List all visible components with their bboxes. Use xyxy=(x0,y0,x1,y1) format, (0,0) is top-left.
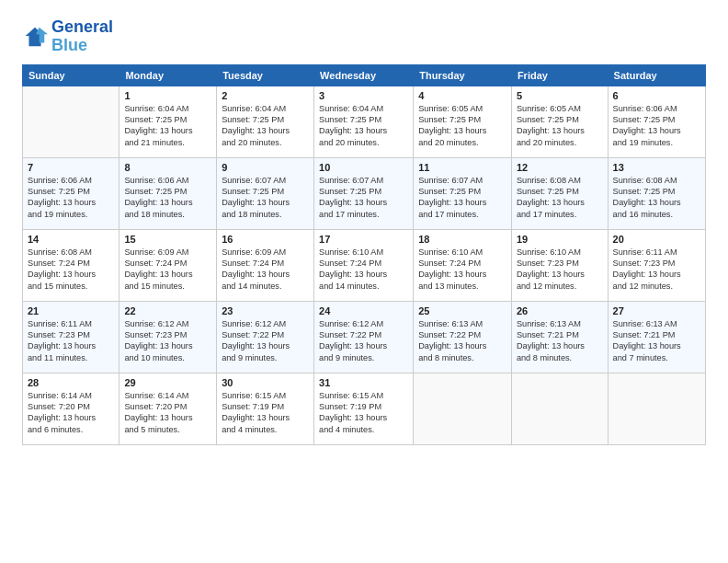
day-number: 23 xyxy=(222,305,309,316)
day-number: 10 xyxy=(319,162,408,173)
calendar-cell: 31Sunrise: 6:15 AMSunset: 7:19 PMDayligh… xyxy=(314,373,414,444)
day-info: Sunrise: 6:06 AMSunset: 7:25 PMDaylight:… xyxy=(28,175,114,221)
calendar-cell: 19Sunrise: 6:10 AMSunset: 7:23 PMDayligh… xyxy=(511,229,608,301)
day-number: 19 xyxy=(517,234,603,245)
day-info: Sunrise: 6:04 AMSunset: 7:25 PMDaylight:… xyxy=(124,103,211,149)
calendar-cell: 15Sunrise: 6:09 AMSunset: 7:24 PMDayligh… xyxy=(119,229,217,301)
day-number: 14 xyxy=(28,234,114,245)
day-info: Sunrise: 6:09 AMSunset: 7:24 PMDaylight:… xyxy=(124,247,211,293)
day-info: Sunrise: 6:05 AMSunset: 7:25 PMDaylight:… xyxy=(418,103,506,149)
weekday-row: SundayMondayTuesdayWednesdayThursdayFrid… xyxy=(23,64,706,86)
day-number: 27 xyxy=(613,305,700,316)
calendar-cell: 22Sunrise: 6:12 AMSunset: 7:23 PMDayligh… xyxy=(119,301,217,373)
calendar-cell: 21Sunrise: 6:11 AMSunset: 7:23 PMDayligh… xyxy=(23,301,119,373)
weekday-header-friday: Friday xyxy=(511,64,608,86)
day-info: Sunrise: 6:06 AMSunset: 7:25 PMDaylight:… xyxy=(124,175,211,221)
calendar-cell: 12Sunrise: 6:08 AMSunset: 7:25 PMDayligh… xyxy=(511,157,608,229)
calendar-cell: 8Sunrise: 6:06 AMSunset: 7:25 PMDaylight… xyxy=(119,157,217,229)
day-number: 20 xyxy=(613,234,700,245)
calendar-cell: 20Sunrise: 6:11 AMSunset: 7:23 PMDayligh… xyxy=(608,229,705,301)
day-number: 13 xyxy=(613,162,700,173)
day-number: 31 xyxy=(319,377,408,388)
day-number: 3 xyxy=(319,90,408,101)
day-number: 21 xyxy=(28,305,114,316)
day-info: Sunrise: 6:10 AMSunset: 7:23 PMDaylight:… xyxy=(517,247,603,293)
weekday-header-sunday: Sunday xyxy=(23,64,119,86)
day-info: Sunrise: 6:09 AMSunset: 7:24 PMDaylight:… xyxy=(222,247,309,293)
calendar-cell: 24Sunrise: 6:12 AMSunset: 7:22 PMDayligh… xyxy=(314,301,414,373)
calendar-cell: 2Sunrise: 6:04 AMSunset: 7:25 PMDaylight… xyxy=(217,86,314,157)
day-number: 29 xyxy=(124,377,211,388)
day-info: Sunrise: 6:04 AMSunset: 7:25 PMDaylight:… xyxy=(222,103,309,149)
day-number: 26 xyxy=(517,305,603,316)
calendar-cell: 7Sunrise: 6:06 AMSunset: 7:25 PMDaylight… xyxy=(23,157,119,229)
calendar-week-5: 28Sunrise: 6:14 AMSunset: 7:20 PMDayligh… xyxy=(23,373,706,444)
weekday-header-thursday: Thursday xyxy=(414,64,512,86)
calendar-cell: 27Sunrise: 6:13 AMSunset: 7:21 PMDayligh… xyxy=(608,301,705,373)
calendar-cell xyxy=(414,373,512,444)
day-info: Sunrise: 6:07 AMSunset: 7:25 PMDaylight:… xyxy=(222,175,309,221)
day-info: Sunrise: 6:08 AMSunset: 7:25 PMDaylight:… xyxy=(517,175,603,221)
calendar-cell: 23Sunrise: 6:12 AMSunset: 7:22 PMDayligh… xyxy=(217,301,314,373)
calendar-cell: 4Sunrise: 6:05 AMSunset: 7:25 PMDaylight… xyxy=(414,86,512,157)
day-info: Sunrise: 6:07 AMSunset: 7:25 PMDaylight:… xyxy=(319,175,408,221)
day-info: Sunrise: 6:12 AMSunset: 7:22 PMDaylight:… xyxy=(319,318,408,364)
day-number: 12 xyxy=(517,162,603,173)
day-number: 22 xyxy=(124,305,211,316)
day-number: 6 xyxy=(613,90,700,101)
weekday-header-tuesday: Tuesday xyxy=(217,64,314,86)
logo-icon xyxy=(22,24,48,50)
day-number: 9 xyxy=(222,162,309,173)
calendar-cell: 17Sunrise: 6:10 AMSunset: 7:24 PMDayligh… xyxy=(314,229,414,301)
weekday-header-monday: Monday xyxy=(119,64,217,86)
weekday-header-saturday: Saturday xyxy=(608,64,705,86)
calendar-cell: 13Sunrise: 6:08 AMSunset: 7:25 PMDayligh… xyxy=(608,157,705,229)
calendar-week-2: 7Sunrise: 6:06 AMSunset: 7:25 PMDaylight… xyxy=(23,157,706,229)
header: General Blue xyxy=(22,18,706,55)
calendar-cell: 3Sunrise: 6:04 AMSunset: 7:25 PMDaylight… xyxy=(314,86,414,157)
day-number: 15 xyxy=(124,234,211,245)
day-number: 8 xyxy=(124,162,211,173)
day-info: Sunrise: 6:08 AMSunset: 7:24 PMDaylight:… xyxy=(28,247,114,293)
day-info: Sunrise: 6:14 AMSunset: 7:20 PMDaylight:… xyxy=(124,390,211,436)
day-info: Sunrise: 6:14 AMSunset: 7:20 PMDaylight:… xyxy=(28,390,114,436)
calendar-cell: 9Sunrise: 6:07 AMSunset: 7:25 PMDaylight… xyxy=(217,157,314,229)
logo-blue: Blue xyxy=(51,37,113,55)
day-info: Sunrise: 6:15 AMSunset: 7:19 PMDaylight:… xyxy=(222,390,309,436)
logo: General Blue xyxy=(22,18,113,55)
day-info: Sunrise: 6:13 AMSunset: 7:21 PMDaylight:… xyxy=(517,318,603,364)
calendar-table: SundayMondayTuesdayWednesdayThursdayFrid… xyxy=(22,64,706,445)
logo-general: General xyxy=(51,17,113,36)
calendar-cell xyxy=(511,373,608,444)
calendar-cell: 1Sunrise: 6:04 AMSunset: 7:25 PMDaylight… xyxy=(119,86,217,157)
calendar-cell: 6Sunrise: 6:06 AMSunset: 7:25 PMDaylight… xyxy=(608,86,705,157)
calendar-cell: 14Sunrise: 6:08 AMSunset: 7:24 PMDayligh… xyxy=(23,229,119,301)
calendar-cell xyxy=(23,86,119,157)
day-number: 17 xyxy=(319,234,408,245)
day-number: 5 xyxy=(517,90,603,101)
day-number: 7 xyxy=(28,162,114,173)
day-number: 4 xyxy=(418,90,506,101)
calendar-cell: 30Sunrise: 6:15 AMSunset: 7:19 PMDayligh… xyxy=(217,373,314,444)
day-info: Sunrise: 6:10 AMSunset: 7:24 PMDaylight:… xyxy=(418,247,506,293)
day-info: Sunrise: 6:12 AMSunset: 7:22 PMDaylight:… xyxy=(222,318,309,364)
day-info: Sunrise: 6:11 AMSunset: 7:23 PMDaylight:… xyxy=(613,247,700,293)
calendar-header: SundayMondayTuesdayWednesdayThursdayFrid… xyxy=(23,64,706,86)
day-number: 30 xyxy=(222,377,309,388)
calendar-cell: 28Sunrise: 6:14 AMSunset: 7:20 PMDayligh… xyxy=(23,373,119,444)
weekday-header-wednesday: Wednesday xyxy=(314,64,414,86)
day-info: Sunrise: 6:07 AMSunset: 7:25 PMDaylight:… xyxy=(418,175,506,221)
calendar-cell: 10Sunrise: 6:07 AMSunset: 7:25 PMDayligh… xyxy=(314,157,414,229)
page: General Blue SundayMondayTuesdayWednesda… xyxy=(0,0,728,563)
day-number: 25 xyxy=(418,305,506,316)
day-info: Sunrise: 6:15 AMSunset: 7:19 PMDaylight:… xyxy=(319,390,408,436)
day-info: Sunrise: 6:04 AMSunset: 7:25 PMDaylight:… xyxy=(319,103,408,149)
calendar-week-4: 21Sunrise: 6:11 AMSunset: 7:23 PMDayligh… xyxy=(23,301,706,373)
day-info: Sunrise: 6:12 AMSunset: 7:23 PMDaylight:… xyxy=(124,318,211,364)
day-info: Sunrise: 6:13 AMSunset: 7:21 PMDaylight:… xyxy=(613,318,700,364)
day-info: Sunrise: 6:10 AMSunset: 7:24 PMDaylight:… xyxy=(319,247,408,293)
day-number: 28 xyxy=(28,377,114,388)
day-info: Sunrise: 6:08 AMSunset: 7:25 PMDaylight:… xyxy=(613,175,700,221)
calendar-week-1: 1Sunrise: 6:04 AMSunset: 7:25 PMDaylight… xyxy=(23,86,706,157)
calendar-cell: 29Sunrise: 6:14 AMSunset: 7:20 PMDayligh… xyxy=(119,373,217,444)
